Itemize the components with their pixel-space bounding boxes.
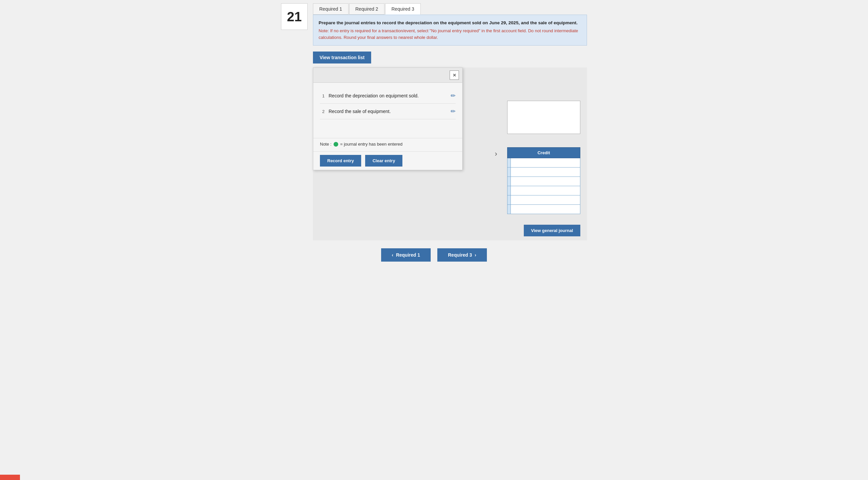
instructions-box: Prepare the journal entries to record th…	[313, 14, 587, 45]
credit-table-row	[507, 158, 580, 167]
tab-required-1[interactable]: Required 1	[313, 3, 348, 14]
next-required-button[interactable]: Required 3	[437, 248, 487, 262]
credit-header: Credit	[507, 148, 580, 158]
credit-cell-value[interactable]	[511, 195, 580, 205]
instructions-note: Note: If no entry is required for a tran…	[319, 28, 581, 40]
view-general-journal-button[interactable]: View general journal	[524, 225, 580, 236]
credit-cell-value[interactable]	[511, 186, 580, 195]
bottom-nav: Required 1 Required 3	[281, 248, 587, 271]
transaction-num-1: 1	[320, 93, 324, 98]
credit-table-row	[507, 167, 580, 177]
note-text: = journal entry has been entered	[340, 141, 403, 147]
popup-body: 1 Record the depreciation on equipment s…	[313, 83, 462, 138]
view-transaction-list-button[interactable]: View transaction list	[313, 52, 371, 63]
prev-required-button[interactable]: Required 1	[381, 248, 431, 262]
journal-entry-textarea[interactable]	[507, 101, 580, 134]
popup-header: ✕	[313, 68, 462, 83]
record-entry-button[interactable]: Record entry	[320, 155, 361, 166]
credit-table-row	[507, 195, 580, 205]
transaction-left-2: 2 Record the sale of equipment.	[320, 109, 391, 114]
credit-cell-indicator	[507, 186, 511, 195]
credit-cell-indicator	[507, 205, 511, 214]
credit-cell-indicator	[507, 195, 511, 205]
tab-bar: Required 1 Required 2 Required 3	[313, 3, 587, 14]
transaction-label-1: Record the depreciation on equipment sol…	[329, 93, 419, 98]
clear-entry-button[interactable]: Clear entry	[365, 155, 402, 166]
credit-table-container: Credit	[507, 147, 580, 214]
question-number: 21	[281, 3, 308, 30]
credit-table: Credit	[507, 147, 580, 214]
transaction-item-2: 2 Record the sale of equipment. ✏	[320, 104, 456, 119]
edit-icon-1[interactable]: ✏	[451, 92, 456, 99]
popup-buttons: Record entry Clear entry	[313, 151, 462, 170]
edit-icon-2[interactable]: ✏	[451, 108, 456, 115]
tab-required-2[interactable]: Required 2	[349, 3, 385, 14]
credit-cell-value[interactable]	[511, 205, 580, 214]
next-arrow-button[interactable]: ›	[495, 150, 497, 158]
transaction-label-2: Record the sale of equipment.	[329, 109, 391, 114]
note-prefix: Note :	[320, 141, 332, 147]
credit-table-row	[507, 177, 580, 186]
credit-cell-value[interactable]	[511, 167, 580, 177]
tab-required-3[interactable]: Required 3	[385, 3, 421, 14]
credit-table-row	[507, 205, 580, 214]
credit-cell-value[interactable]	[511, 158, 580, 167]
instructions-main: Prepare the journal entries to record th…	[319, 20, 581, 26]
transaction-left-1: 1 Record the depreciation on equipment s…	[320, 93, 419, 98]
green-dot-icon	[334, 142, 338, 147]
transaction-popup: ✕ 1 Record the depreciation on equipment…	[313, 67, 463, 170]
credit-cell-indicator	[507, 167, 511, 177]
popup-spacer	[320, 119, 456, 133]
transaction-item-1: 1 Record the depreciation on equipment s…	[320, 88, 456, 104]
credit-cell-indicator	[507, 158, 511, 167]
transaction-num-2: 2	[320, 109, 324, 114]
close-button[interactable]: ✕	[450, 70, 459, 80]
modal-area: ✕ 1 Record the depreciation on equipment…	[313, 67, 587, 240]
credit-cell-indicator	[507, 177, 511, 186]
credit-cell-value[interactable]	[511, 177, 580, 186]
credit-table-row	[507, 186, 580, 195]
note-area: Note : = journal entry has been entered	[313, 138, 462, 151]
